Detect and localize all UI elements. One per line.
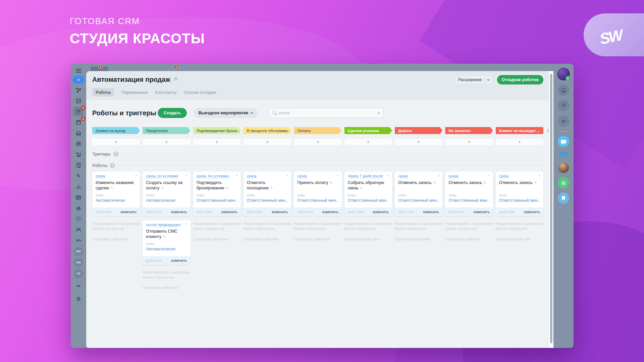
group-actions-link[interactable]: Групповые действия	[143, 285, 190, 290]
actions-button[interactable]: действия	[96, 210, 111, 214]
stage-item[interactable]: В процессе обслужива...	[244, 127, 291, 134]
group-actions-link[interactable]: Групповые действия	[193, 237, 241, 242]
sidebar-item-sites[interactable]	[73, 161, 84, 170]
designer-link[interactable]: Редактировать в дизайнереБизнес-процессо…	[244, 221, 291, 232]
entity-filter-dropdown[interactable]: Выездное мероприятие	[194, 108, 258, 118]
edit-pencil-icon[interactable]: ✎	[534, 181, 537, 185]
group-actions-link[interactable]: Групповые действия	[244, 237, 291, 242]
assignee-link[interactable]: Ответственный мен...	[197, 198, 237, 203]
robot-card[interactable]: × после предыдущего. п... Отправить СМС …	[143, 220, 190, 265]
designer-link[interactable]: Редактировать в дизайнереБизнес-процессо…	[143, 270, 190, 280]
group-actions-link[interactable]: Групповые действия	[294, 237, 341, 242]
sidebar-item-crm[interactable]: 2	[73, 107, 84, 116]
trigger-time-link[interactable]: сразу	[398, 174, 408, 178]
search-input[interactable]	[278, 111, 375, 115]
designer-link[interactable]: Редактировать в дизайнереБизнес-процессо…	[496, 221, 543, 232]
trigger-time-link[interactable]: сразу, по условию	[146, 174, 178, 178]
sidebar-item-calendar[interactable]: 1	[73, 118, 84, 127]
edit-pencil-icon[interactable]: ✎	[360, 186, 363, 190]
sidebar-avatar-in[interactable]: ИН	[74, 258, 83, 267]
edit-pencil-icon[interactable]: ✎	[433, 181, 436, 185]
edit-button[interactable]: изменить	[171, 210, 187, 214]
add-robot-button[interactable]: +	[294, 139, 341, 145]
close-icon[interactable]: ×	[488, 173, 490, 178]
robot-debugger-button[interactable]: Отладчик роботов	[497, 75, 543, 84]
robot-card[interactable]: × сразу Отметить посещение✎ кому: Ответс…	[244, 172, 291, 216]
actions-button[interactable]: действия	[348, 210, 364, 214]
edit-pencil-icon[interactable]: ✎	[226, 186, 229, 190]
sidebar-avatar-mp[interactable]: МП	[74, 247, 83, 256]
spiral-button[interactable]: ↺	[558, 100, 569, 111]
robot-card[interactable]: × сразу Отменить запись✎ кому: Ответстве…	[395, 172, 442, 216]
actions-button[interactable]: действия	[146, 210, 162, 214]
bookmarks-button[interactable]	[558, 192, 569, 204]
group-actions-link[interactable]: Групповые действия	[92, 237, 140, 242]
help-icon[interactable]: ?	[113, 152, 118, 157]
trigger-time-link[interactable]: сразу	[247, 174, 257, 178]
edit-pencil-icon[interactable]: ✎	[163, 235, 166, 239]
add-robot-button[interactable]: +	[143, 139, 190, 145]
add-robot-button[interactable]: +	[496, 139, 543, 145]
close-icon[interactable]: ×	[437, 173, 440, 178]
robot-card[interactable]: × сразу, по условию Подтвердить брониров…	[193, 172, 241, 216]
close-slider-button[interactable]: ×	[72, 76, 85, 84]
close-icon[interactable]: ×	[135, 173, 137, 178]
sidebar-item-storage[interactable]	[73, 128, 84, 137]
edit-button[interactable]: изменить	[120, 210, 137, 214]
search-box[interactable]: ×	[269, 108, 384, 118]
edit-button[interactable]: изменить	[272, 210, 288, 214]
stage-item[interactable]: Предоплата	[143, 127, 190, 134]
edit-button[interactable]: изменить	[171, 258, 187, 262]
edit-button[interactable]: изменить	[423, 210, 439, 214]
sidebar-expand[interactable]	[73, 281, 84, 290]
actions-button[interactable]: действия	[146, 258, 162, 262]
assignee-link[interactable]: Автоматически	[146, 247, 187, 251]
add-robot-button[interactable]: +	[344, 139, 392, 145]
sw-widget[interactable]: SW	[558, 150, 569, 159]
edit-button[interactable]: изменить	[373, 210, 389, 214]
stage-item-fail[interactable]: Клиент не выходит ...	[496, 127, 543, 134]
extensions-button[interactable]: Расширения	[454, 75, 494, 84]
actions-button[interactable]: действия	[297, 210, 313, 214]
close-icon[interactable]: ×	[286, 173, 288, 178]
edit-pencil-icon[interactable]: ✎	[161, 186, 164, 190]
trigger-time-link[interactable]: сразу	[499, 174, 509, 178]
tab-constants[interactable]: Константы	[155, 90, 176, 95]
close-icon[interactable]: ×	[387, 173, 389, 178]
close-icon[interactable]: ×	[236, 173, 238, 178]
edit-pencil-icon[interactable]: ✎	[329, 181, 332, 185]
trigger-time-link[interactable]: сразу, по условию	[197, 174, 229, 178]
actions-button[interactable]: действия	[448, 210, 464, 214]
actions-button[interactable]: действия	[398, 210, 414, 214]
designer-link[interactable]: Редактировать в дизайнереБизнес-процессо…	[92, 221, 140, 232]
designer-link[interactable]: Редактировать в дизайнереБизнес-процессо…	[294, 221, 341, 232]
trigger-time-link[interactable]: сразу	[297, 174, 307, 178]
sidebar-item-network[interactable]	[73, 85, 84, 95]
edit-pencil-icon[interactable]: ✎	[110, 186, 113, 190]
stage-item-success[interactable]: Сделка успешна	[344, 127, 392, 134]
tab-debug-sessions[interactable]: Сессии отладки	[184, 90, 216, 95]
sidebar-avatar-sk[interactable]: СК	[74, 269, 83, 278]
contact-avatar[interactable]	[558, 162, 569, 173]
assignee-link[interactable]: Ответственный мен...	[499, 198, 540, 203]
scrollbar-thumb[interactable]	[550, 74, 552, 343]
messenger-button[interactable]	[558, 136, 569, 147]
clear-search-icon[interactable]: ×	[377, 110, 380, 116]
robot-card[interactable]: × сразу Принять оплату✎ кому: Ответствен…	[294, 172, 341, 216]
sidebar-item-contacts[interactable]	[73, 193, 84, 202]
add-robot-button[interactable]: +	[445, 139, 493, 145]
trigger-time-link[interactable]: после предыдущего. п...	[146, 223, 181, 227]
assignee-link[interactable]: Ответственный мен...	[247, 198, 288, 203]
tab-robots[interactable]: Роботы	[92, 88, 114, 97]
create-button[interactable]: Создать	[158, 108, 187, 118]
sidebar-item-sign[interactable]: ✎	[73, 171, 84, 180]
stage-item[interactable]: Заявка на выезд	[92, 127, 140, 134]
add-robot-button[interactable]: +	[193, 139, 241, 145]
sidebar-item-ai[interactable]	[73, 203, 84, 213]
user-avatar[interactable]: ▶	[557, 68, 570, 80]
assignee-link[interactable]: Автоматически	[146, 198, 187, 203]
sidebar-item-marketing[interactable]	[73, 139, 84, 148]
notifications-button[interactable]	[558, 84, 569, 96]
edit-button[interactable]: изменить	[524, 210, 540, 214]
sidebar-item-shop[interactable]	[73, 150, 84, 159]
